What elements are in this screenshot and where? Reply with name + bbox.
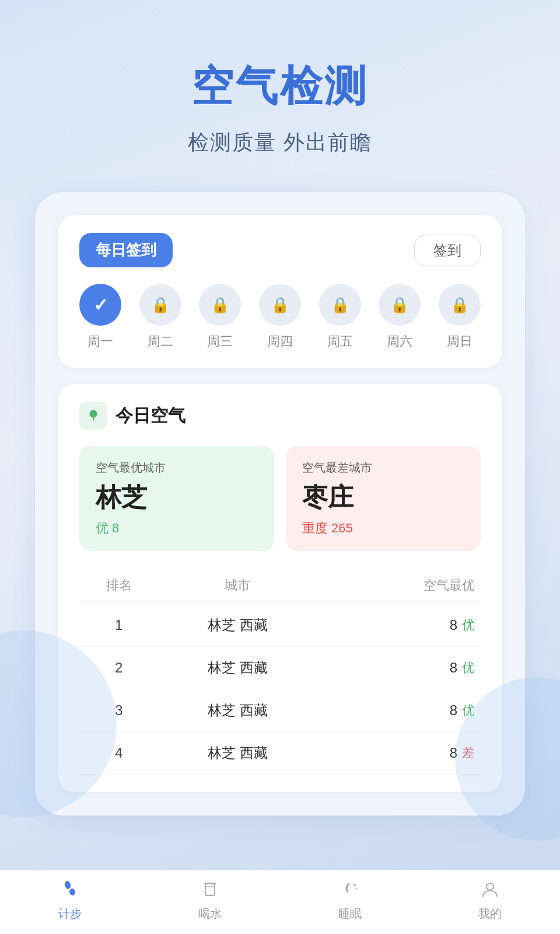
best-city-score: 优 8 [96,520,258,537]
nav-item-water[interactable]: 喝水 [197,877,223,922]
best-city-card: 空气最优城市 林芝 优 8 [79,446,274,551]
col-header-air: 空气最优 [317,577,481,594]
ranking-table: 排名 城市 空气最优 1 林芝 西藏 8 优 2 林芝 西藏 8 优 [79,570,481,775]
day-label-wednesday: 周三 [207,333,233,350]
lock-icon-wednesday: 🔒 [211,296,229,314]
table-row: 2 林芝 西藏 8 优 [79,647,481,689]
checkin-button[interactable]: 签到 [414,235,481,266]
nav-item-profile[interactable]: 我的 [477,877,503,922]
page-subtitle: 检测质量 外出前瞻 [0,128,560,157]
checkin-header: 每日签到 签到 [79,233,481,267]
day-circle-sunday: 🔒 [439,284,481,326]
worst-city-score: 重度 265 [302,520,464,537]
svg-point-0 [90,410,97,417]
col-header-city: 城市 [159,577,317,594]
row3-city: 林芝 西藏 [159,701,317,720]
checkmark-icon: ✓ [93,295,108,315]
day-label-thursday: 周四 [267,333,293,350]
ranking-header: 排名 城市 空气最优 [79,570,481,602]
row1-air: 8 优 [317,616,481,634]
nav-label-sleep: 睡眠 [338,906,362,922]
lock-icon-tuesday: 🔒 [151,296,170,314]
nav-label-profile: 我的 [478,906,502,922]
day-label-sunday: 周日 [447,333,473,350]
profile-icon [477,877,503,902]
best-city-label: 空气最优城市 [96,460,258,476]
row4-city: 林芝 西藏 [159,744,317,762]
day-item-friday[interactable]: 🔒 周五 [319,284,361,350]
bottom-navigation: 计步 喝水 睡眠 我的 [0,870,560,934]
water-icon [197,877,223,902]
day-label-tuesday: 周二 [148,333,173,350]
checkin-title: 每日签到 [79,233,173,267]
worst-city-label: 空气最差城市 [302,460,464,476]
day-circle-thursday: 🔒 [259,284,301,326]
nav-item-steps[interactable]: 计步 [57,877,83,922]
lock-icon-sunday: 🔒 [450,296,469,314]
row1-city: 林芝 西藏 [159,616,317,635]
day-item-sunday[interactable]: 🔒 周日 [439,284,481,350]
day-label-saturday: 周六 [387,333,412,350]
row2-score: 8 [450,660,457,676]
row2-tag: 优 [462,659,475,677]
page-title: 空气检测 [0,58,560,114]
svg-point-3 [69,888,76,896]
worst-city-name: 枣庄 [302,480,464,515]
svg-point-2 [64,880,71,890]
table-row: 1 林芝 西藏 8 优 [79,604,481,647]
table-row: 4 林芝 西藏 8 差 [79,732,481,775]
svg-rect-4 [205,884,215,895]
row3-air: 8 优 [317,702,481,719]
best-city-name: 林芝 [96,480,258,515]
day-circle-wednesday: 🔒 [199,284,241,326]
air-tree-icon [79,402,107,430]
svg-rect-6 [204,883,216,884]
svg-point-8 [356,888,358,890]
air-header: 今日空气 [79,402,481,430]
table-row: 3 林芝 西藏 8 优 [79,689,481,732]
air-card: 今日空气 空气最优城市 林芝 优 8 空气最差城市 枣庄 重度 265 排名 城… [58,384,502,792]
sleep-icon [337,877,363,902]
row1-rank: 1 [79,617,159,633]
col-header-rank: 排名 [79,577,159,594]
lock-icon-thursday: 🔒 [271,296,289,314]
day-label-friday: 周五 [327,333,353,350]
day-label-monday: 周一 [88,333,113,350]
day-item-tuesday[interactable]: 🔒 周二 [139,284,181,350]
row3-score: 8 [450,702,457,719]
nav-item-sleep[interactable]: 睡眠 [337,877,363,922]
day-item-monday[interactable]: ✓ 周一 [79,284,121,350]
row1-score: 8 [450,617,457,633]
day-circle-friday: 🔒 [319,284,361,326]
day-item-thursday[interactable]: 🔒 周四 [259,284,301,350]
nav-label-water: 喝水 [198,906,222,922]
worst-city-card: 空气最差城市 枣庄 重度 265 [286,446,481,551]
checkin-days: ✓ 周一 🔒 周二 🔒 周三 🔒 [79,284,481,350]
lock-icon-friday: 🔒 [331,296,349,314]
day-item-saturday[interactable]: 🔒 周六 [379,284,421,350]
day-circle-monday: ✓ [79,284,121,326]
header: 空气检测 检测质量 外出前瞻 [0,0,560,192]
day-circle-tuesday: 🔒 [139,284,181,326]
row1-tag: 优 [462,616,475,634]
row2-city: 林芝 西藏 [159,658,317,677]
row2-air: 8 优 [317,659,481,677]
lock-icon-saturday: 🔒 [390,296,409,314]
svg-rect-1 [93,417,94,421]
svg-point-9 [487,883,494,890]
checkin-card: 每日签到 签到 ✓ 周一 🔒 周二 🔒 [58,215,502,368]
day-circle-saturday: 🔒 [379,284,421,326]
nav-label-steps: 计步 [58,906,82,922]
svg-point-7 [354,884,356,886]
day-item-wednesday[interactable]: 🔒 周三 [199,284,241,350]
steps-icon [57,877,83,902]
air-section-title: 今日空气 [116,404,186,428]
city-cards: 空气最优城市 林芝 优 8 空气最差城市 枣庄 重度 265 [79,446,481,551]
